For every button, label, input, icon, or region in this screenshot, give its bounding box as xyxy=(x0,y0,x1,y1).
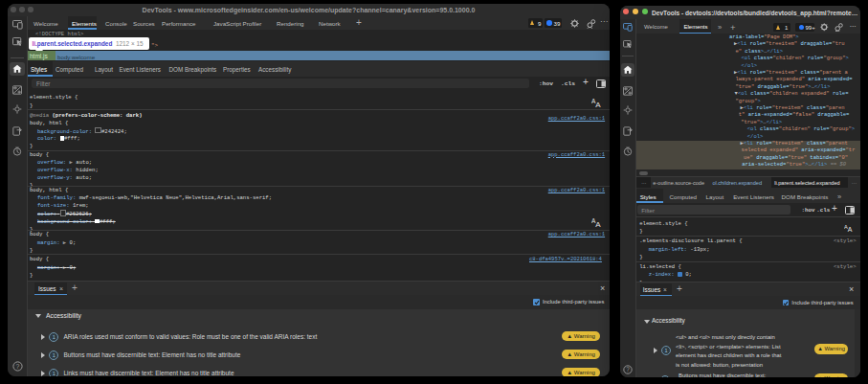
svg-text:A: A xyxy=(595,220,601,228)
svg-text:?: ? xyxy=(626,366,630,373)
svg-text:A: A xyxy=(595,101,601,108)
svg-text:?: ? xyxy=(16,363,20,370)
svg-text:A: A xyxy=(848,226,853,233)
